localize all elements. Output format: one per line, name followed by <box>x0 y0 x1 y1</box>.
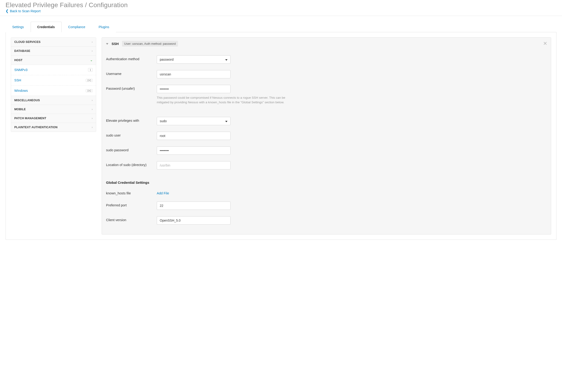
chevron-right-icon: › <box>92 99 93 102</box>
category-database[interactable]: DATABASE › <box>11 47 96 56</box>
caret-down-icon <box>225 119 228 123</box>
chevron-left-icon: ❮ <box>6 9 9 13</box>
credential-card: SSH User: usrscan, Auth method: password… <box>102 37 551 235</box>
card-body: Authentication method password Username <box>102 50 551 234</box>
tab-settings[interactable]: Settings <box>6 22 31 32</box>
chevron-right-icon: › <box>92 108 93 111</box>
category-label: MISCELLANEOUS <box>14 99 40 102</box>
card-title: SSH <box>112 42 119 46</box>
page-title: Elevated Privilege Failures / Configurat… <box>6 1 556 9</box>
password-help-text: This password could be compromised if Ne… <box>157 95 286 105</box>
category-label: HOST <box>14 59 23 62</box>
category-label: PLAINTEXT AUTHENTICATION <box>14 126 57 129</box>
collapse-icon[interactable] <box>106 42 108 46</box>
chevron-right-icon: › <box>92 49 93 53</box>
sidebar-item-windows[interactable]: Windows <box>11 85 96 96</box>
header-divider <box>0 16 562 16</box>
back-link[interactable]: ❮ Back to Scan Report <box>6 9 41 16</box>
category-cloud-services[interactable]: CLOUD SERVICES › <box>11 38 96 47</box>
sudo-location-label: Location of sudo (directory) <box>106 161 157 167</box>
category-label: PATCH MANAGEMENT <box>14 117 46 120</box>
sidebar: CLOUD SERVICES › DATABASE › HOST ⌄ SNMPv… <box>11 37 96 235</box>
tab-compliance[interactable]: Compliance <box>61 22 92 32</box>
category-label: CLOUD SERVICES <box>14 40 41 44</box>
panel: CLOUD SERVICES › DATABASE › HOST ⌄ SNMPv… <box>6 32 556 240</box>
count-badge: 1 <box>88 68 93 72</box>
category-label: DATABASE <box>14 49 30 53</box>
elevate-label: Elevate privileges with <box>106 117 157 122</box>
category-host[interactable]: HOST ⌄ <box>11 56 96 65</box>
sudo-location-input[interactable] <box>157 161 231 169</box>
elevate-select[interactable]: sudo <box>157 117 231 125</box>
card-header: SSH User: usrscan, Auth method: password <box>102 38 551 50</box>
preferred-port-label: Preferred port <box>106 202 157 207</box>
back-link-label: Back to Scan Report <box>10 9 41 13</box>
username-input[interactable] <box>157 70 231 78</box>
category-label: MOBILE <box>14 108 26 111</box>
chevron-right-icon: › <box>92 40 93 44</box>
category-miscellaneous[interactable]: MISCELLANEOUS › <box>11 96 96 105</box>
infinity-badge <box>86 89 93 92</box>
password-label: Password (unsafe!) <box>106 85 157 90</box>
close-icon[interactable] <box>544 42 547 46</box>
elevate-value: sudo <box>160 119 167 123</box>
add-file-link[interactable]: Add File <box>157 190 169 195</box>
sidebar-item-ssh[interactable]: SSH <box>11 75 96 85</box>
content: SSH User: usrscan, Auth method: password… <box>102 37 551 235</box>
infinity-badge <box>86 79 93 82</box>
password-input[interactable] <box>157 85 231 93</box>
sidebar-item-label: SSH <box>14 78 21 82</box>
preferred-port-input[interactable] <box>157 202 231 210</box>
global-settings-title: Global Credential Settings <box>106 173 547 186</box>
caret-down-icon <box>225 58 228 61</box>
category-plaintext-authentication[interactable]: PLAINTEXT AUTHENTICATION › <box>11 123 96 132</box>
sudo-user-input[interactable] <box>157 132 231 140</box>
auth-method-label: Authentication method <box>106 55 157 61</box>
sidebar-item-label: SNMPv3 <box>14 68 27 72</box>
category-list: CLOUD SERVICES › DATABASE › HOST ⌄ SNMPv… <box>11 37 96 132</box>
tab-credentials[interactable]: Credentials <box>31 22 61 32</box>
auth-method-select[interactable]: password <box>157 55 231 64</box>
tab-plugins[interactable]: Plugins <box>92 22 116 32</box>
category-patch-management[interactable]: PATCH MANAGEMENT › <box>11 114 96 123</box>
client-version-label: Client version <box>106 216 157 222</box>
username-label: Username <box>106 70 157 76</box>
known-hosts-label: known_hosts file <box>106 190 157 195</box>
chevron-right-icon: › <box>92 126 93 129</box>
card-summary-pill: User: usrscan, Auth method: password <box>122 41 178 47</box>
chevron-down-icon: ⌄ <box>90 58 93 62</box>
client-version-input[interactable] <box>157 216 231 225</box>
auth-method-value: password <box>160 58 174 61</box>
chevron-right-icon: › <box>92 117 93 120</box>
sudo-password-input[interactable] <box>157 146 231 155</box>
sidebar-item-label: Windows <box>14 89 28 93</box>
tabs: Settings Credentials Compliance Plugins <box>6 22 556 32</box>
category-mobile[interactable]: MOBILE › <box>11 105 96 114</box>
sudo-user-label: sudo user <box>106 132 157 137</box>
sudo-password-label: sudo password <box>106 146 157 152</box>
sidebar-item-snmpv3[interactable]: SNMPv3 1 <box>11 65 96 75</box>
